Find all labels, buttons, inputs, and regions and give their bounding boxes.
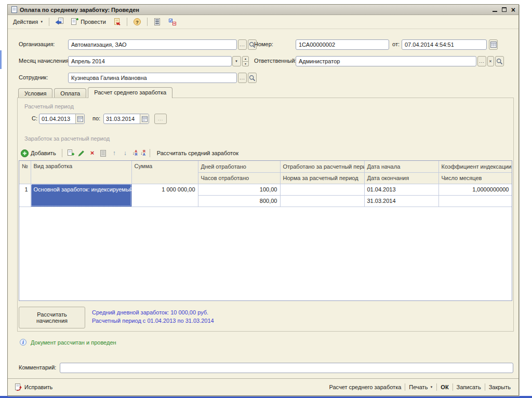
move-up-icon[interactable]: ↑ — [110, 149, 118, 157]
column-header-norm-for-period[interactable]: Норма за расчетный период — [280, 172, 364, 184]
period-group-label: Расчетный период — [24, 103, 74, 109]
responsible-ellipsis-button[interactable]: ... — [477, 56, 486, 66]
employee-open-button[interactable] — [248, 73, 257, 83]
number-label: Номер: — [254, 41, 273, 47]
settings-button[interactable] — [166, 16, 179, 28]
help-button[interactable]: ? — [130, 16, 144, 28]
tab-bar: Условия Оплата Расчет среднего заработка — [18, 87, 174, 98]
toolbar-separator — [127, 18, 127, 26]
month-input[interactable]: Апрель 2014 — [68, 56, 232, 66]
column-header-indexation-coef[interactable]: Коэффициент индексации — [438, 161, 512, 172]
calc-info: Средний дневной заработок: 10 000,00 руб… — [92, 308, 214, 325]
actions-menu-button[interactable]: Действия ▼ — [10, 17, 46, 26]
cell-days-worked[interactable]: 100,00 — [198, 184, 280, 195]
spinner-up-button[interactable]: ▲ — [242, 56, 249, 62]
tab-payment[interactable]: Оплата — [54, 88, 86, 98]
delete-row-icon[interactable]: × — [88, 149, 97, 157]
cell-months-count[interactable] — [438, 195, 512, 207]
calc-accruals-button[interactable]: Рассчитать начисления — [19, 307, 85, 328]
toolbar-separator — [49, 18, 49, 26]
column-header-days-worked[interactable]: Дней отработано — [198, 161, 280, 172]
column-header-number[interactable]: № — [19, 161, 31, 184]
number-input[interactable]: 1СА00000002 — [296, 39, 389, 50]
titlebar: Оплата по среднему заработку: Проведен × — [8, 5, 518, 15]
earnings-table[interactable]: № Вид заработка Сумма Дней отработано От… — [19, 160, 512, 301]
period-to-calendar-button[interactable] — [140, 114, 149, 123]
window-title: Оплата по среднему заработку: Проведен — [20, 7, 139, 13]
column-header-months-count[interactable]: Число месяцев — [438, 172, 512, 184]
cell-date-end[interactable]: 31.03.2014 — [364, 195, 438, 207]
cell-norm-for-period[interactable] — [280, 195, 364, 207]
sort-descending-icon[interactable]: Я ↓ А — [140, 150, 145, 156]
period-to-input[interactable]: 31.03.2014 — [103, 114, 149, 124]
average-earnings-report-button[interactable]: Расчет среднего заработка — [325, 383, 405, 391]
cell-row-number[interactable]: 1 — [19, 184, 31, 207]
organization-input[interactable]: Автоматизация, ЗАО — [68, 39, 237, 50]
cell-hours-worked[interactable]: 800,00 — [198, 195, 280, 207]
cell-worked-in-period[interactable] — [280, 184, 364, 195]
date-label: от: — [392, 41, 400, 47]
period-to-label: по: — [92, 115, 100, 121]
save-button[interactable]: Записать — [453, 383, 485, 391]
copy-row-icon[interactable] — [66, 149, 75, 157]
period-from-input[interactable]: 01.04.2013 — [39, 114, 85, 124]
slide-bottom-accent — [0, 396, 532, 398]
minimize-icon[interactable] — [493, 7, 497, 12]
column-header-hours-worked[interactable]: Часов отработано — [198, 172, 280, 184]
organization-ellipsis-button[interactable]: ... — [238, 39, 247, 50]
disabled-row-icon — [99, 149, 108, 157]
footer-buttons: Расчет среднего заработка Печать ▼ ОК За… — [325, 383, 514, 391]
cell-date-start[interactable]: 01.04.2013 — [364, 184, 438, 195]
cell-sum[interactable]: 1 000 000,00 — [131, 184, 198, 207]
go-to-related-button[interactable] — [110, 16, 124, 28]
column-header-kind[interactable]: Вид заработка — [31, 161, 131, 184]
responsible-label: Ответственный: — [254, 58, 297, 64]
cell-earning-kind-selected[interactable]: Основной заработок: индексируемый — [31, 184, 131, 207]
employee-ellipsis-button[interactable]: ... — [238, 73, 247, 83]
earnings-section-label: Заработок за расчетный период — [24, 135, 110, 142]
close-button[interactable]: Закрыть — [485, 383, 514, 391]
edit-row-icon[interactable] — [77, 149, 86, 157]
fix-document-label: Исправить — [24, 384, 52, 390]
tab-average-earnings-calc[interactable]: Расчет среднего заработка — [88, 87, 172, 98]
cell-indexation-coef[interactable]: 1,0000000000 — [438, 184, 512, 195]
comment-input[interactable] — [60, 363, 513, 373]
column-header-date-start[interactable]: Дата начала — [364, 161, 438, 172]
structure-button[interactable] — [151, 16, 164, 28]
close-icon[interactable]: × — [511, 7, 515, 12]
period-select-button[interactable]: ... — [154, 114, 167, 124]
add-row-button[interactable]: Добавить — [19, 148, 58, 158]
average-daily-earnings-text: Средний дневной заработок: 10 000,00 руб… — [92, 308, 214, 317]
period-from-label: С: — [32, 115, 37, 121]
info-icon: i — [20, 339, 26, 346]
list-icon — [153, 18, 162, 26]
post-document-button[interactable]: Провести — [68, 16, 109, 28]
responsible-clear-button[interactable]: × — [487, 56, 494, 66]
tab-conditions[interactable]: Условия — [18, 88, 52, 98]
period-from-calendar-button[interactable] — [75, 114, 84, 123]
responsible-input[interactable]: Администратор — [296, 56, 476, 66]
calc-average-earnings-button[interactable]: Рассчитать средний заработок — [154, 148, 241, 158]
sort-ascending-icon[interactable]: А ↓ Я — [132, 150, 138, 156]
document-red-arrow-icon — [113, 18, 121, 26]
month-label: Месяц начисления: — [19, 58, 70, 64]
fix-document-button[interactable]: Исправить — [12, 382, 55, 392]
date-calendar-button[interactable] — [489, 39, 498, 50]
table-row[interactable]: 1 Основной заработок: индексируемый 1 00… — [19, 184, 512, 195]
actions-menu-label: Действия — [13, 19, 38, 25]
column-header-sum[interactable]: Сумма — [131, 161, 198, 184]
column-header-worked-in-period[interactable]: Отработано за расчетный пери... — [280, 161, 364, 172]
save-and-close-button[interactable] — [52, 16, 66, 28]
ok-button[interactable]: ОК — [437, 383, 452, 391]
responsible-open-button[interactable] — [495, 56, 504, 66]
month-dropdown-button[interactable]: ▼ — [232, 56, 241, 66]
maximize-icon[interactable] — [502, 7, 507, 12]
column-header-date-end[interactable]: Дата окончания — [364, 172, 438, 184]
employee-input[interactable]: Кузнецова Галина Ивановна — [68, 73, 237, 83]
date-input[interactable]: 07.04.2014 4:54:51 — [402, 39, 487, 50]
spinner-down-button[interactable]: ▼ — [242, 62, 249, 67]
comment-label: Комментарий: — [19, 364, 56, 370]
month-spinner: ▲ ▼ — [242, 56, 249, 66]
print-button[interactable]: Печать ▼ — [405, 383, 436, 391]
move-down-icon[interactable]: ↓ — [121, 149, 129, 157]
